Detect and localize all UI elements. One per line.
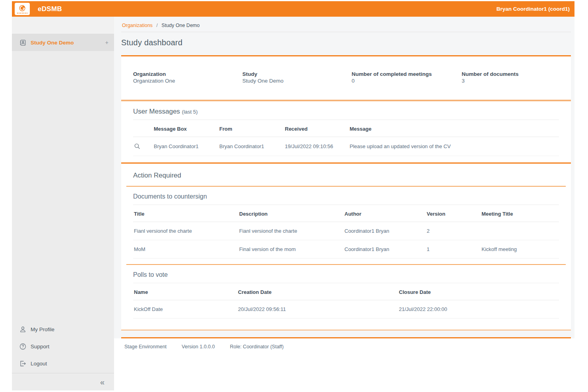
user-menu[interactable]: Bryan Coordinator1 (coord1): [496, 6, 570, 12]
documents-section-title: Documents to countersign: [133, 193, 559, 205]
logout-icon: [19, 360, 26, 367]
stat-label: Number of completed meetings: [352, 71, 462, 77]
sidebar-link-label: Support: [31, 344, 49, 350]
doc-title-cell: Fianl versionof the charte: [133, 222, 238, 240]
doc-description-cell: Final version of the mom: [238, 240, 344, 259]
stat-value: Organization One: [133, 78, 242, 84]
column-header: Description: [238, 205, 344, 222]
stat-documents: Number of documents 3: [462, 71, 559, 84]
poll-name-cell: KickOff Date: [133, 300, 237, 319]
double-chevron-left-icon[interactable]: «: [100, 378, 104, 386]
stat-organization: Organization Organization One: [133, 71, 242, 84]
action-required-card: Action Required Documents to countersign…: [121, 162, 571, 330]
breadcrumb-current: Study One Demo: [162, 23, 200, 28]
poll-row[interactable]: KickOff Date 20/Jul/2022 09:56:11 21/Jul…: [133, 300, 559, 319]
column-header: Closure Date: [398, 283, 559, 300]
stat-value: 3: [462, 78, 559, 84]
table-header-row: Message Box From Received Message: [133, 120, 559, 137]
top-bar: eDSMB Bryan Coordinator1 (coord1): [12, 1, 574, 17]
document-row[interactable]: Fianl versionof the charte Fianl version…: [133, 222, 559, 240]
breadcrumb: Organizations / Study One Demo: [121, 17, 571, 32]
doc-description-cell: Fianl versionof the charte: [238, 222, 344, 240]
column-header: Creation Date: [237, 283, 398, 300]
column-header: Name: [133, 283, 237, 300]
icon-column-header: [133, 120, 153, 137]
column-header: Title: [133, 205, 238, 222]
table-header-row: Title Description Author Version Meeting…: [133, 205, 559, 222]
main-content: Organizations / Study One Demo Study das…: [114, 17, 574, 390]
column-header: Author: [344, 205, 426, 222]
doc-author-cell: Coordinator1 Bryan: [344, 240, 426, 259]
footer-environment: Stage Environment: [124, 344, 166, 350]
stat-study: Study Study One Demo: [242, 71, 352, 84]
sidebar-link-label: Logout: [31, 361, 47, 367]
column-header: Message: [349, 120, 559, 137]
doc-version-cell: 2: [426, 222, 481, 240]
poll-closure-cell: 21/Jul/2022 22:00:00: [398, 300, 559, 319]
app-window: eDSMB Bryan Coordinator1 (coord1) Study …: [12, 1, 574, 391]
expand-icon[interactable]: +: [105, 40, 108, 45]
footer-role: Role: Coordinator (Staff): [230, 344, 284, 350]
action-required-title: Action Required: [121, 164, 571, 186]
sidebar-link-label: My Profile: [31, 326, 54, 332]
user-messages-title: User Messages (last 5): [133, 108, 559, 120]
sidebar-item-logout[interactable]: Logout: [12, 355, 114, 372]
stat-label: Organization: [133, 71, 242, 77]
breadcrumb-organizations-link[interactable]: Organizations: [122, 23, 153, 28]
message-box-cell: Bryan Coordinator1: [153, 137, 219, 156]
message-received-cell: 19/Jul/2022 09:10:56: [284, 137, 349, 156]
magnifier-icon[interactable]: [134, 143, 141, 150]
doc-author-cell: Coordinator1 Bryan: [344, 222, 426, 240]
stat-label: Number of documents: [462, 71, 559, 77]
doc-title-cell: MoM: [133, 240, 238, 259]
footer: Stage Environment Version 1.0.0.0 Role: …: [114, 338, 574, 390]
study-summary-card: Organization Organization One Study Stud…: [121, 55, 571, 100]
sidebar-item-study[interactable]: Study One Demo +: [12, 34, 114, 51]
app-logo-swirl-icon: [18, 5, 26, 12]
message-row[interactable]: Bryan Coordinator1 Bryan Coordinator1 19…: [133, 137, 559, 156]
person-icon: [19, 326, 26, 333]
sidebar-item-my-profile[interactable]: My Profile: [12, 321, 114, 338]
column-header: Message Box: [153, 120, 219, 137]
footer-version: Version 1.0.0.0: [182, 344, 215, 350]
message-from-cell: Bryan Coordinator1: [219, 137, 284, 156]
documents-table: Title Description Author Version Meeting…: [133, 205, 559, 259]
sidebar-top-strip: [12, 17, 114, 34]
sidebar-spacer: [12, 51, 114, 321]
column-header: Version: [426, 205, 481, 222]
stat-label: Study: [242, 71, 352, 77]
document-row[interactable]: MoM Final version of the mom Coordinator…: [133, 240, 559, 259]
poll-creation-cell: 20/Jul/2022 09:56:11: [237, 300, 398, 319]
message-text-cell: Please upload an updated version of the …: [349, 137, 559, 156]
sidebar-item-support[interactable]: Support: [12, 338, 114, 355]
doc-meeting-cell: Kickoff meeting: [481, 240, 559, 259]
sidebar-item-label: Study One Demo: [31, 40, 74, 46]
page-title: Study dashboard: [121, 38, 571, 47]
table-header-row: Name Creation Date Closure Date: [133, 283, 559, 300]
column-header: Received: [284, 120, 349, 137]
documents-to-countersign-section: Documents to countersign Title Descripti…: [121, 187, 571, 264]
polls-to-vote-section: Polls to vote Name Creation Date Closure…: [121, 265, 571, 330]
user-messages-card: User Messages (last 5) Message Box From …: [121, 100, 571, 162]
content-footer-gap: [114, 330, 574, 337]
polls-table: Name Creation Date Closure Date KickOff …: [133, 283, 559, 319]
contacts-book-icon: [19, 39, 26, 46]
stat-completed-meetings: Number of completed meetings 0: [352, 71, 462, 84]
app-title: eDSMB: [38, 5, 62, 13]
doc-version-cell: 1: [426, 240, 481, 259]
sidebar-bottom-nav: My Profile Support Log: [12, 321, 114, 373]
column-header: From: [219, 120, 284, 137]
app-logo[interactable]: [15, 3, 30, 15]
section-title-text: User Messages: [133, 108, 180, 115]
section-title-note: (last 5): [182, 109, 198, 115]
sidebar-collapse-bar: «: [12, 373, 114, 390]
breadcrumb-separator: /: [157, 23, 158, 28]
stat-value: Study One Demo: [242, 78, 352, 84]
sidebar: Study One Demo + My Profile: [12, 17, 114, 390]
doc-meeting-cell: [481, 222, 559, 240]
polls-section-title: Polls to vote: [133, 271, 559, 283]
user-messages-table: Message Box From Received Message: [133, 120, 559, 156]
column-header: Meeting Title: [481, 205, 559, 222]
stat-value: 0: [352, 78, 462, 84]
help-circle-icon: [19, 343, 26, 350]
